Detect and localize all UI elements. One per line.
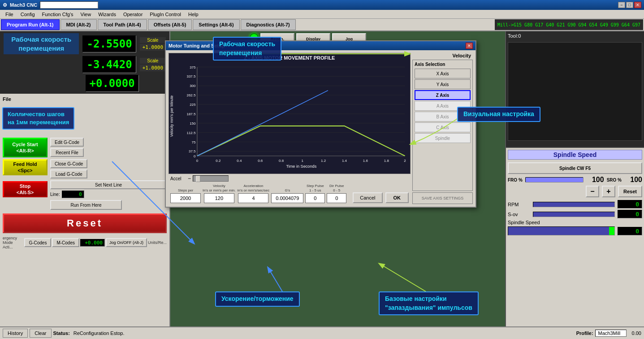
spindle-axis-button[interactable]: Spindle (415, 133, 471, 143)
steps-per-label: Steps per (178, 188, 193, 192)
axis-selection: Axis Selection X Axis Y Axis Z Axis A Ax… (412, 60, 473, 191)
dialog-close-button[interactable]: ✕ (466, 43, 473, 49)
spindle-title: Spindle Speed (508, 150, 642, 160)
dir-pulse-input[interactable]: 0 (327, 193, 346, 203)
menu-operator[interactable]: Operator (120, 11, 146, 18)
save-axis-button[interactable]: SAVE AXIS SETTINGS (412, 192, 473, 204)
steps-per-input[interactable]: 2000 (170, 193, 201, 203)
spindle-section: Spindle Speed Spindle CW F5 FRO % 100 (506, 148, 644, 326)
z-axis-button[interactable]: Z Axis (415, 90, 471, 100)
sro-label: SRO % (607, 178, 622, 183)
plus-button[interactable]: + (602, 186, 615, 197)
menu-wizards[interactable]: Wizards (95, 11, 120, 18)
svg-text:0.2: 0.2 (216, 159, 220, 163)
c-axis-button[interactable]: C Axis (415, 122, 471, 132)
menu-plugin-control[interactable]: PlugIn Control (146, 11, 185, 18)
svg-text:187.5: 187.5 (186, 112, 195, 116)
velocity-input[interactable]: 120 (204, 193, 234, 203)
line-label: Line: (50, 192, 60, 197)
rpm-value: 0 (618, 200, 642, 209)
menu-config[interactable]: Config (17, 11, 39, 18)
accel-slider[interactable] (193, 175, 229, 182)
menu-function-cfgs[interactable]: Function Cfg's (39, 11, 77, 18)
mcodes-button[interactable]: M-Codes (52, 238, 79, 247)
close-button[interactable]: ✕ (634, 2, 641, 8)
s-ov-value: 0 (618, 210, 642, 218)
history-button[interactable]: History (3, 329, 28, 338)
tab-offsets[interactable]: Offsets (Alt-5) (148, 19, 192, 30)
minus-sign: − (188, 175, 191, 182)
svg-text:1.4: 1.4 (342, 159, 347, 163)
title-bar: ⚙ Mach3 CNC − □ ✕ (0, 0, 644, 10)
gs-label: G's (285, 188, 290, 192)
app-icon: ⚙ (3, 2, 7, 8)
annotation-working-speed: Рабочая скоростьперемещения (213, 37, 281, 61)
menu-help[interactable]: Help (185, 11, 202, 18)
emergency-mode-label: ergency Mode Acti... (3, 236, 23, 249)
chart-svg: Velocity mm's per Minute (169, 62, 410, 170)
dro-value-2: -3.4420 (82, 56, 136, 73)
dialog-title-bar: Motor Tuning and Setup ✕ (166, 41, 475, 50)
svg-text:1: 1 (301, 159, 303, 163)
ok-button[interactable]: OK (385, 192, 409, 203)
tab-tool-path[interactable]: Tool Path (Alt-4) (98, 19, 147, 30)
svg-text:150: 150 (190, 122, 195, 126)
status-label: Status: (53, 330, 70, 336)
gs-input[interactable]: 0.0004079 (271, 193, 303, 203)
tab-program-run[interactable]: Program Run (Alt-1) (1, 19, 60, 30)
svg-text:0.6: 0.6 (258, 159, 263, 163)
svg-text:375: 375 (190, 65, 195, 70)
velocity-input-label: VelocityIn's or mm's per min. (203, 184, 236, 192)
clear-button[interactable]: Clear (30, 329, 51, 338)
status-value: ReConfiguration Estop. (73, 330, 125, 336)
svg-text:300: 300 (190, 84, 195, 88)
acceleration-input[interactable]: 4 (238, 193, 268, 203)
tab-bar: Program Run (Alt-1) MDI (Alt-2) Tool Pat… (0, 19, 644, 31)
edit-gcode-button[interactable]: Edit G-Code (50, 138, 84, 147)
recent-file-button[interactable]: Recent File (50, 148, 84, 157)
run-from-here-button[interactable]: Run From Here (50, 200, 122, 210)
load-gcode-button[interactable]: Load G-Code (50, 170, 87, 178)
dir-pulse-label: Dir Pulse0 - 5 (329, 184, 344, 192)
x-axis-button[interactable]: X Axis (415, 69, 471, 78)
gcodes-button[interactable]: G-Codes (24, 238, 51, 247)
scale1-label: Scale (140, 37, 166, 43)
tab-settings[interactable]: Settings (Alt-6) (193, 19, 239, 30)
axis-selection-title: Axis Selection (415, 62, 471, 67)
close-gcode-button[interactable]: Close G-Code (50, 159, 87, 168)
step-pulse-input[interactable]: 0 (305, 193, 325, 203)
minimize-button[interactable]: − (618, 2, 625, 8)
tab-diagnostics[interactable]: Diagnostics (Alt-7) (241, 19, 296, 30)
acceleration-label: Accelerationin's or mm's/sec/sec (238, 184, 270, 192)
spindle-speed-label: Spindle Speed (508, 220, 544, 225)
jog-button[interactable]: Jog On/OFF (Alt-J) (106, 238, 147, 247)
svg-text:262.5: 262.5 (186, 94, 195, 98)
svg-text:1.2: 1.2 (321, 159, 326, 163)
profile-value: Mach3Mill (595, 330, 627, 337)
maximize-button[interactable]: □ (626, 2, 633, 8)
minus-button[interactable]: − (586, 186, 599, 197)
reset-button[interactable]: Reset (3, 213, 167, 233)
left-panel: Рабочая скоростьперемещения -2.5500 Scal… (0, 31, 170, 326)
stop-button[interactable]: Stop<Alt-S> (3, 181, 48, 197)
menu-file[interactable]: File (2, 11, 17, 18)
title-input[interactable] (40, 1, 98, 9)
cancel-button[interactable]: Cancel (353, 192, 382, 203)
menu-view[interactable]: View (77, 11, 95, 18)
svg-text:112.5: 112.5 (186, 131, 195, 135)
spindle-cw-button[interactable]: Spindle CW F5 (508, 162, 642, 174)
cycle-start-button[interactable]: Cycle Start<Alt-R> (3, 138, 48, 157)
svg-text:225: 225 (190, 103, 195, 107)
profile-label: Profile: (576, 330, 593, 336)
tab-mdi[interactable]: MDI (Alt-2) (61, 19, 97, 30)
set-next-line-button[interactable]: Set Next Line (50, 180, 167, 189)
file-label: File (3, 96, 167, 102)
feed-hold-button[interactable]: Feed Hold<Spc> (3, 159, 48, 175)
svg-text:2: 2 (404, 159, 406, 163)
velocity-label: Velocity (412, 53, 473, 58)
step-pulse-label: Step Pulse1 - 5 us (307, 184, 324, 192)
y-axis-button[interactable]: Y Axis (415, 79, 471, 89)
offset-display: +0.000 (80, 239, 105, 247)
svg-text:Velocity mm's per Minute: Velocity mm's per Minute (169, 96, 174, 137)
spindle-reset-button[interactable]: Reset (618, 186, 642, 197)
